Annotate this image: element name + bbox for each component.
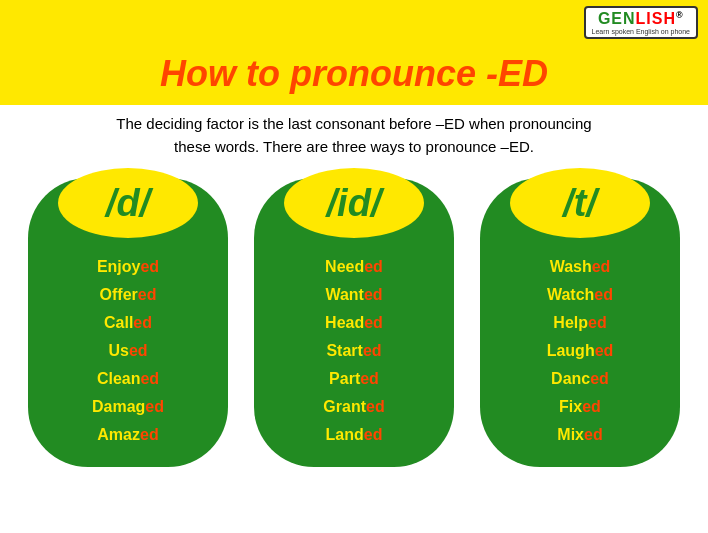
word-base-2-0: Wash: [550, 258, 592, 275]
word-item-2-1: Watched: [547, 286, 613, 304]
word-base-0-6: Amaz: [97, 426, 140, 443]
column-pill-2: /t/WashedWatchedHelpedLaughedDancedFixed…: [480, 178, 680, 467]
word-base-2-3: Laugh: [547, 342, 595, 359]
word-item-0-3: Used: [108, 342, 147, 360]
logo-sup: ®: [676, 10, 684, 20]
main-title: How to pronounce -ED: [10, 53, 698, 95]
word-base-1-6: Land: [326, 426, 364, 443]
word-suffix-0-1: ed: [138, 286, 157, 303]
word-item-0-1: Offered: [100, 286, 157, 304]
pill-header-0: /d/: [58, 168, 198, 238]
word-item-0-5: Damaged: [92, 398, 164, 416]
subtitle-line2: these words. There are three ways to pro…: [174, 138, 534, 155]
word-suffix-1-1: ed: [364, 286, 383, 303]
title-section: How to pronounce -ED: [0, 45, 708, 105]
pill-header-1: /id/: [284, 168, 424, 238]
word-base-0-4: Clean: [97, 370, 141, 387]
pill-label-0: /d/: [106, 182, 150, 225]
columns-container: /d/EnjoyedOfferedCalledUsedCleanedDamage…: [0, 168, 708, 477]
word-base-1-2: Head: [325, 314, 364, 331]
word-suffix-1-4: ed: [360, 370, 379, 387]
word-suffix-2-4: ed: [590, 370, 609, 387]
word-item-2-3: Laughed: [547, 342, 614, 360]
word-item-1-0: Needed: [325, 258, 383, 276]
word-suffix-1-5: ed: [366, 398, 385, 415]
word-suffix-2-1: ed: [594, 286, 613, 303]
subtitle-section: The deciding factor is the last consonan…: [0, 105, 708, 168]
word-mid-0-1: er: [123, 286, 138, 303]
top-bar: GENLISH® Learn spoken English on phone: [0, 0, 708, 45]
word-suffix-0-6: ed: [140, 426, 159, 443]
word-item-1-3: Started: [326, 342, 381, 360]
word-base-0-1: Off: [100, 286, 123, 303]
word-base-1-1: Want: [325, 286, 364, 303]
word-item-0-4: Cleaned: [97, 370, 159, 388]
word-suffix-0-2: ed: [133, 314, 152, 331]
word-base-0-5: Damag: [92, 398, 145, 415]
word-item-2-0: Washed: [550, 258, 611, 276]
word-suffix-0-0: ed: [140, 258, 159, 275]
logo-text: GENLISH®: [598, 10, 684, 28]
word-suffix-1-6: ed: [364, 426, 383, 443]
word-base-1-5: Grant: [323, 398, 366, 415]
column-pill-1: /id/NeededWantedHeadedStartedPartedGrant…: [254, 178, 454, 467]
pill-label-1: /id/: [327, 182, 382, 225]
word-item-1-2: Headed: [325, 314, 383, 332]
word-item-2-5: Fixed: [559, 398, 601, 416]
word-suffix-2-2: ed: [588, 314, 607, 331]
word-item-2-6: Mixed: [557, 426, 602, 444]
word-suffix-1-3: ed: [363, 342, 382, 359]
word-suffix-2-5: ed: [582, 398, 601, 415]
page: GENLISH® Learn spoken English on phone H…: [0, 0, 708, 533]
word-item-0-0: Enjoyed: [97, 258, 159, 276]
word-item-1-5: Granted: [323, 398, 384, 416]
word-base-2-5: Fix: [559, 398, 582, 415]
subtitle-text: The deciding factor is the last consonan…: [20, 113, 688, 158]
word-item-2-2: Helped: [553, 314, 606, 332]
word-base-1-0: Need: [325, 258, 364, 275]
word-base-2-6: Mix: [557, 426, 584, 443]
logo-lish: LISH: [636, 10, 676, 27]
pill-label-2: /t/: [563, 182, 597, 225]
word-suffix-2-3: ed: [595, 342, 614, 359]
word-suffix-2-6: ed: [584, 426, 603, 443]
logo-box: GENLISH® Learn spoken English on phone: [584, 6, 698, 39]
word-item-0-6: Amazed: [97, 426, 158, 444]
word-suffix-1-2: ed: [364, 314, 383, 331]
word-item-2-4: Danced: [551, 370, 609, 388]
word-base-1-3: Start: [326, 342, 362, 359]
word-base-0-3: Us: [108, 342, 128, 359]
column-pill-0: /d/EnjoyedOfferedCalledUsedCleanedDamage…: [28, 178, 228, 467]
pill-header-2: /t/: [510, 168, 650, 238]
subtitle-line1: The deciding factor is the last consonan…: [116, 115, 591, 132]
word-base-2-2: Help: [553, 314, 588, 331]
logo-sub: Learn spoken English on phone: [592, 28, 690, 35]
word-item-1-1: Wanted: [325, 286, 382, 304]
word-base-1-4: Part: [329, 370, 360, 387]
word-base-2-4: Danc: [551, 370, 590, 387]
word-item-1-4: Parted: [329, 370, 379, 388]
word-suffix-0-4: ed: [140, 370, 159, 387]
word-suffix-1-0: ed: [364, 258, 383, 275]
word-suffix-2-0: ed: [592, 258, 611, 275]
word-item-1-6: Landed: [326, 426, 383, 444]
word-item-0-2: Called: [104, 314, 152, 332]
word-base-0-2: Call: [104, 314, 133, 331]
word-suffix-0-3: ed: [129, 342, 148, 359]
word-suffix-0-5: ed: [145, 398, 164, 415]
word-base-0-0: Enjoy: [97, 258, 141, 275]
logo-gen: GEN: [598, 10, 636, 27]
word-base-2-1: Watch: [547, 286, 594, 303]
